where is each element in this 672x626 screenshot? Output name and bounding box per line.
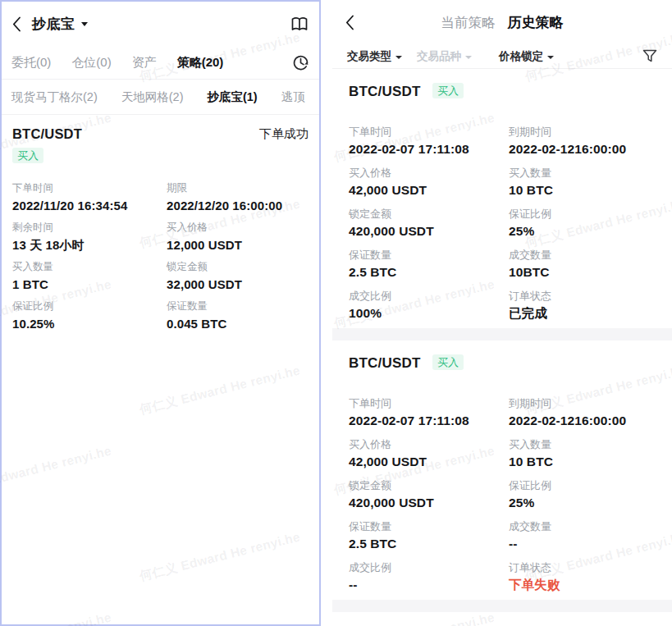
- back-icon: [345, 15, 354, 30]
- field-label: 成交数量: [509, 248, 656, 262]
- field-value: 2022-02-1216:00:00: [509, 141, 656, 158]
- field-label: 到期时间: [509, 125, 656, 139]
- field: 到期时间2022-02-1216:00:00: [509, 125, 656, 158]
- field-value: --: [349, 577, 509, 593]
- field-value: 下单失败: [509, 577, 656, 593]
- caret-down-icon: [81, 22, 88, 26]
- field-label: 买入数量: [12, 260, 167, 274]
- back-icon: [12, 16, 21, 32]
- field-value: 25%: [509, 223, 656, 240]
- field: 买入数量10 BTC: [509, 437, 656, 470]
- field: 买入价格42,000 USDT: [349, 166, 509, 199]
- field-label: 到期时间: [509, 396, 656, 410]
- field: 成交数量--: [509, 519, 656, 552]
- field-value: 13 天 18小时: [12, 237, 167, 254]
- field-label: 保证数量: [349, 519, 509, 533]
- field-value: 10 BTC: [509, 182, 656, 199]
- field: 成交比例100%: [349, 289, 509, 322]
- history-card[interactable]: BTC/USDT 买入 下单时间2022-02-07 17:11:08到期时间2…: [332, 340, 672, 600]
- field-label: 订单状态: [509, 289, 656, 303]
- card-separator: [332, 328, 672, 340]
- subtab-2[interactable]: 抄底宝(1): [207, 89, 257, 105]
- side-badge: 买入: [432, 354, 464, 370]
- caret-down-icon: [465, 56, 472, 59]
- side-badge: 买入: [12, 148, 43, 163]
- field: 保证数量0.045 BTC: [167, 299, 309, 332]
- field: 到期时间2022-02-1216:00:00: [509, 396, 656, 429]
- field: 剩余时间13 天 18小时: [12, 221, 167, 254]
- filter-dropdown-0[interactable]: 交易类型: [347, 49, 402, 64]
- field: 保证数量2.5 BTC: [349, 248, 509, 281]
- left-card-grid: 下单时间2022/11/20 16:34:54期限2022/12/20 16:0…: [12, 181, 309, 332]
- field: 买入价格12,000 USDT: [167, 221, 309, 254]
- field-value: 42,000 USDT: [349, 182, 509, 199]
- order-history-button[interactable]: [292, 54, 309, 71]
- field-value: 100%: [349, 305, 509, 322]
- right-app-panel: 当前策略历史策略 交易类型交易品种价格锁定 BTC/USDT 买入 下单时间20…: [332, 0, 672, 626]
- field: 下单时间2022/11/20 16:34:54: [12, 181, 167, 214]
- field-value: 2022/11/20 16:34:54: [12, 198, 167, 214]
- field-label: 锁定金额: [349, 478, 509, 492]
- filter-button[interactable]: [642, 49, 657, 63]
- field-value: 1 BTC: [12, 276, 167, 293]
- subtab-1[interactable]: 天地网格(2): [121, 89, 184, 105]
- field-value: 420,000 USDT: [349, 495, 509, 511]
- field-label: 下单时间: [349, 125, 509, 139]
- filter-row-items: 交易类型交易品种价格锁定: [347, 49, 554, 64]
- strategy-tab-0[interactable]: 当前策略: [441, 14, 496, 32]
- field-label: 下单时间: [12, 181, 167, 195]
- tab-1[interactable]: 仓位(0): [71, 55, 111, 71]
- field: 锁定金额420,000 USDT: [349, 207, 509, 240]
- back-button[interactable]: [345, 0, 354, 44]
- filter-dropdown-2[interactable]: 价格锁定: [499, 49, 554, 64]
- field-value: 10BTC: [509, 264, 656, 281]
- tab-0[interactable]: 委托(0): [11, 55, 51, 71]
- pair-name: BTC/USDT: [12, 126, 82, 142]
- field: 买入数量1 BTC: [12, 260, 167, 293]
- history-card[interactable]: BTC/USDT 买入 下单时间2022-02-07 17:11:08到期时间2…: [332, 69, 672, 328]
- field-label: 期限: [167, 181, 309, 195]
- strategy-tabbar: 当前策略历史策略: [441, 13, 564, 32]
- funnel-icon: [642, 49, 657, 63]
- subtab-3[interactable]: 逃顶: [281, 89, 305, 105]
- tab-2[interactable]: 资产: [132, 55, 157, 71]
- field-value: 2022/12/20 16:00:00: [167, 198, 309, 214]
- field-value: 2022-02-07 17:11:08: [349, 141, 509, 158]
- field: 成交比例--: [349, 560, 509, 593]
- field-value: 25%: [509, 495, 656, 511]
- field-value: 32,000 USDT: [167, 276, 309, 293]
- manual-book-button[interactable]: [290, 16, 309, 32]
- field-label: 锁定金额: [167, 260, 309, 274]
- field: 保证比例25%: [509, 207, 656, 240]
- field: 锁定金额32,000 USDT: [167, 260, 309, 293]
- field-value: 2.5 BTC: [349, 264, 509, 281]
- field-label: 保证数量: [167, 299, 309, 313]
- strategy-detail-card[interactable]: BTC/USDT 下单成功 买入 下单时间2022/11/20 16:34:54…: [2, 115, 319, 332]
- tab-3[interactable]: 策略(20): [177, 55, 224, 71]
- side-badge: 买入: [432, 83, 464, 98]
- history-card-partial[interactable]: [332, 612, 672, 622]
- back-button[interactable]: [12, 16, 21, 32]
- field: 订单状态已完成: [509, 289, 656, 322]
- filter-dropdown-1[interactable]: 交易品种: [417, 49, 472, 64]
- field-value: 10 BTC: [509, 454, 656, 470]
- left-subtab-row: 现货马丁格尔(2)天地网格(2)抄底宝(1)逃顶: [11, 89, 305, 105]
- field: 锁定金额420,000 USDT: [349, 478, 509, 511]
- field-label: 成交比例: [349, 289, 509, 303]
- filter-label: 交易类型: [347, 49, 391, 64]
- filter-bar: 交易类型交易品种价格锁定: [332, 44, 672, 68]
- field-label: 成交数量: [509, 519, 656, 533]
- field-value: 10.25%: [12, 316, 167, 332]
- field-value: 2022-02-07 17:11:08: [349, 413, 509, 429]
- field: 保证数量2.5 BTC: [349, 519, 509, 552]
- page-title[interactable]: 抄底宝: [32, 15, 75, 34]
- subtab-0[interactable]: 现货马丁格尔(2): [11, 89, 98, 105]
- field-value: 已完成: [509, 305, 656, 322]
- field: 买入数量10 BTC: [509, 166, 656, 199]
- strategy-tab-1[interactable]: 历史策略: [508, 13, 564, 32]
- field: 下单时间2022-02-07 17:11:08: [349, 396, 509, 429]
- field-label: 买入价格: [349, 166, 509, 180]
- left-header: 抄底宝: [2, 2, 319, 46]
- field-grid: 下单时间2022-02-07 17:11:08到期时间2022-02-1216:…: [349, 125, 656, 322]
- left-tabbar: 委托(0)仓位(0)资产策略(20): [2, 46, 319, 79]
